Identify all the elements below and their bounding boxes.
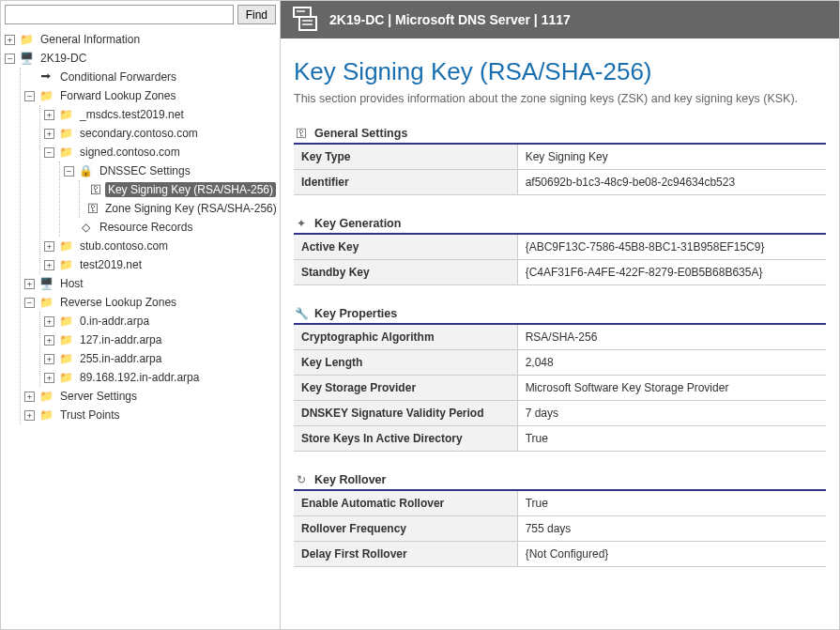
tree-rlz-127[interactable]: + 📁 127.in-addr.arpa	[44, 330, 276, 349]
tree-server-settings[interactable]: + 📁 Server Settings	[24, 387, 276, 406]
tree-ksk[interactable]: ⚿ Key Signing Key (RSA/SHA-256)	[84, 180, 276, 199]
tree-flz[interactable]: − 📁 Forward Lookup Zones	[24, 86, 276, 105]
folder-icon: 📁	[58, 238, 73, 254]
left-panel: Find + 📁 General Information − 🖥️ 2K19-D…	[1, 1, 281, 629]
expand-icon[interactable]: +	[44, 241, 54, 252]
prop-val: Key Signing Key	[517, 145, 826, 170]
tree-label: Server Settings	[57, 389, 140, 404]
tree-label: Zone Signing Key (RSA/SHA-256)	[102, 201, 280, 216]
server-icon: 🖥️	[19, 51, 34, 66]
table-row: Key Length2,048	[294, 350, 826, 376]
expand-icon[interactable]: +	[44, 260, 54, 270]
prop-key: Delay First Rollover	[294, 542, 517, 567]
forward-icon: ⮕	[38, 69, 53, 85]
general-table: Key TypeKey Signing Key Identifieraf5069…	[294, 145, 826, 195]
section-header: ⚿ General Settings	[294, 126, 826, 145]
tree-label: Reverse Lookup Zones	[57, 295, 179, 310]
collapse-icon[interactable]: −	[24, 91, 35, 101]
tree-rlz-89[interactable]: + 📁 89.168.192.in-addr.arpa	[44, 368, 276, 387]
collapse-icon[interactable]: −	[24, 298, 35, 308]
tree-label: signed.contoso.com	[77, 145, 183, 160]
tree-zone-secondary[interactable]: + 📁 secondary.contoso.com	[44, 124, 276, 143]
prop-key: Rollover Frequency	[294, 516, 517, 542]
rollover-table: Enable Automatic RolloverTrue Rollover F…	[294, 491, 826, 567]
tree-host[interactable]: + 🖥️ Host	[24, 274, 276, 293]
prop-key: Standby Key	[294, 260, 517, 285]
expand-icon[interactable]: +	[44, 373, 54, 383]
tree-rlz-0[interactable]: + 📁 0.in-addr.arpa	[44, 312, 276, 330]
key-icon: ⚿	[294, 126, 309, 141]
tree-server[interactable]: − 🖥️ 2K19-DC	[5, 49, 276, 68]
table-row: Key Storage ProviderMicrosoft Software K…	[294, 376, 826, 401]
tree-trust-points[interactable]: + 📁 Trust Points	[24, 406, 276, 424]
folder-icon: 📁	[58, 126, 73, 141]
prop-key: Key Type	[294, 145, 517, 170]
section-generation: ✦ Key Generation Active Key{ABC9F13C-758…	[294, 216, 826, 285]
expand-icon[interactable]: +	[44, 335, 54, 346]
section-title: Key Rollover	[314, 473, 386, 486]
tree-label: 2K19-DC	[38, 51, 89, 66]
tree-rlz-255[interactable]: + 📁 255.in-addr.arpa	[44, 349, 276, 368]
prop-key: DNSKEY Signature Validity Period	[294, 401, 517, 426]
table-row: Key TypeKey Signing Key	[294, 145, 826, 170]
prop-val: 7 days	[517, 401, 826, 426]
folder-icon: 📁	[58, 332, 73, 347]
host-icon: 🖥️	[38, 276, 53, 291]
table-row: Delay First Rollover{Not Configured}	[294, 542, 826, 567]
expand-icon[interactable]: +	[44, 316, 54, 327]
tree-label: 0.in-addr.arpa	[77, 314, 152, 329]
tree-zone-stub[interactable]: + 📁 stub.contoso.com	[44, 237, 276, 255]
prop-val: True	[517, 426, 826, 452]
collapse-icon[interactable]: −	[5, 54, 15, 64]
prop-val: 755 days	[517, 516, 826, 542]
tree-rlz[interactable]: − 📁 Reverse Lookup Zones	[24, 293, 276, 312]
prop-val: Microsoft Software Key Storage Provider	[517, 376, 826, 401]
expand-icon[interactable]: +	[44, 354, 54, 364]
expand-icon[interactable]: +	[44, 129, 54, 139]
table-row: Rollover Frequency755 days	[294, 516, 826, 542]
collapse-icon[interactable]: −	[44, 147, 54, 158]
folder-icon: 📁	[19, 32, 34, 47]
tree-general-info[interactable]: + 📁 General Information	[5, 30, 276, 49]
tree-label: Resource Records	[97, 220, 195, 235]
tree-zone-signed[interactable]: − 📁 signed.contoso.com	[44, 143, 276, 161]
tree-zsk[interactable]: ⚿ Zone Signing Key (RSA/SHA-256)	[84, 199, 276, 218]
prop-key: Identifier	[294, 170, 517, 195]
nav-tree[interactable]: + 📁 General Information − 🖥️ 2K19-DC ⮕ C…	[1, 28, 280, 629]
tree-zone-msdcs[interactable]: + 📁 _msdcs.test2019.net	[44, 105, 276, 124]
content-area: Key Signing Key (RSA/SHA-256) This secti…	[281, 38, 839, 607]
folder-icon: 📁	[58, 314, 73, 329]
section-rollover: ↻ Key Rollover Enable Automatic Rollover…	[294, 472, 826, 567]
section-title: Key Generation	[314, 217, 401, 230]
table-row: Enable Automatic RolloverTrue	[294, 491, 826, 516]
page-subtitle: This section provides information about …	[294, 92, 826, 105]
tree-conditional-forwarders[interactable]: ⮕ Conditional Forwarders	[24, 68, 276, 86]
tree-label: secondary.contoso.com	[77, 126, 201, 141]
prop-val: {ABC9F13C-7586-45B8-8BC1-31B958EF15C9}	[517, 235, 826, 260]
tree-dnssec[interactable]: − 🔒 DNSSEC Settings	[64, 161, 276, 180]
collapse-icon[interactable]: −	[64, 166, 74, 177]
table-row: Standby Key{C4AF31F6-A4FE-422F-8279-E0B5…	[294, 260, 826, 285]
expand-icon[interactable]: +	[24, 392, 35, 402]
section-header: ✦ Key Generation	[294, 216, 826, 235]
expand-icon[interactable]: +	[5, 35, 15, 45]
prop-val: {Not Configured}	[517, 542, 826, 567]
expand-icon[interactable]: +	[24, 410, 35, 421]
lock-icon: 🔒	[78, 163, 93, 178]
search-input[interactable]	[5, 5, 234, 24]
tree-label: stub.contoso.com	[77, 238, 171, 254]
find-button[interactable]: Find	[237, 5, 276, 24]
folder-icon: 📁	[58, 351, 73, 366]
tree-label: 89.168.192.in-addr.arpa	[77, 370, 202, 385]
tree-resource-records[interactable]: ◇ Resource Records	[64, 218, 276, 237]
expand-icon[interactable]: +	[44, 110, 54, 120]
folder-icon: 📁	[38, 389, 53, 404]
prop-val: RSA/SHA-256	[517, 325, 826, 350]
blank-toggle	[64, 223, 74, 233]
properties-table: Cryptographic AlgorithmRSA/SHA-256 Key L…	[294, 325, 826, 452]
expand-icon[interactable]: +	[24, 279, 35, 289]
prop-val: af50692b-b1c3-48c9-be08-2c94634cb523	[517, 170, 826, 195]
tree-zone-test2019[interactable]: + 📁 test2019.net	[44, 255, 276, 274]
table-row: Store Keys In Active DirectoryTrue	[294, 426, 826, 452]
tree-label: test2019.net	[77, 257, 145, 272]
